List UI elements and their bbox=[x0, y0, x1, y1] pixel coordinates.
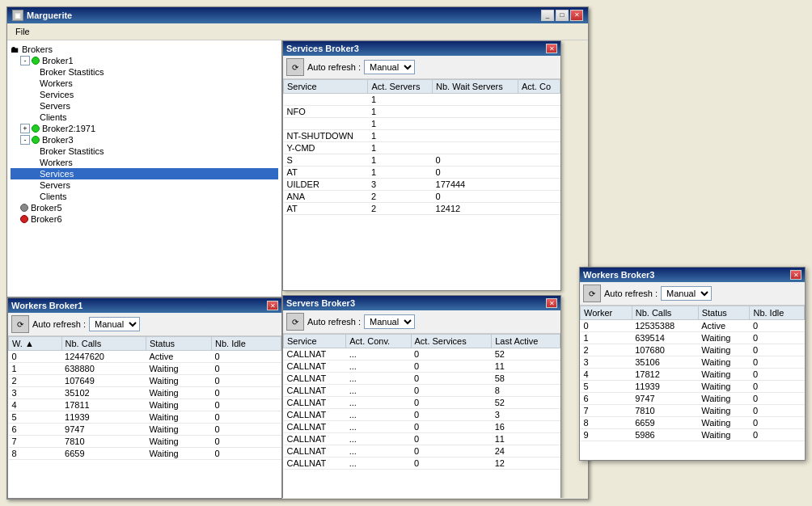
servers-broker3-refresh-icon[interactable]: ⟳ bbox=[286, 313, 304, 331]
table-row[interactable]: 3 35106 Waiting 0 bbox=[581, 356, 805, 369]
table-row[interactable]: CALLNAT ... 0 11 bbox=[284, 433, 560, 445]
table-row[interactable]: 4 17811 Waiting 0 bbox=[9, 399, 281, 411]
table-row[interactable]: CALLNAT ... 0 24 bbox=[284, 445, 560, 458]
w1-col-status[interactable]: Status bbox=[146, 337, 211, 351]
minimize-button[interactable]: _ bbox=[541, 10, 554, 21]
tree-broker3[interactable]: - Broker3 bbox=[11, 134, 278, 145]
table-row[interactable]: 1 638880 Waiting 0 bbox=[9, 363, 281, 375]
servers-col-act-services[interactable]: Act. Services bbox=[411, 335, 492, 348]
table-row[interactable]: 1 639514 Waiting 0 bbox=[581, 332, 805, 344]
workers-broker1-refresh-icon[interactable]: ⟳ bbox=[11, 315, 29, 333]
main-titlebar: ▣ Marguerite _ □ ✕ bbox=[7, 7, 588, 23]
servers-col-act-conv[interactable]: Act. Conv. bbox=[346, 335, 411, 348]
table-row[interactable]: 7 7810 Waiting 0 bbox=[9, 436, 281, 448]
table-row[interactable]: 2 107649 Waiting 0 bbox=[9, 375, 281, 387]
table-row[interactable]: 0 12447620 Active 0 bbox=[9, 351, 281, 363]
table-row[interactable]: S 1 0 bbox=[284, 154, 560, 167]
w3-col-worker[interactable]: Worker bbox=[581, 306, 632, 320]
table-row[interactable]: CALLNAT ... 0 58 bbox=[284, 373, 560, 385]
tree-broker1-stats[interactable]: Broker Stastitics bbox=[11, 66, 278, 78]
services-col-service[interactable]: Service bbox=[284, 80, 368, 94]
table-row[interactable]: CALLNAT ... 0 52 bbox=[284, 348, 560, 361]
w3-col-status[interactable]: Status bbox=[698, 306, 750, 320]
servers-broker3-refresh-label: Auto refresh : bbox=[307, 317, 361, 327]
table-row[interactable]: UILDER 3 177444 bbox=[284, 179, 560, 191]
table-row[interactable]: 6 9747 Waiting 0 bbox=[9, 424, 281, 436]
table-row[interactable]: 3 35102 Waiting 0 bbox=[9, 387, 281, 399]
w1-col-nb-calls[interactable]: Nb. Calls bbox=[61, 337, 146, 351]
close-button[interactable]: ✕ bbox=[570, 10, 583, 21]
servers-broker3-toolbar: ⟳ Auto refresh : Manual 5s 10s bbox=[283, 310, 560, 334]
servers-col-service[interactable]: Service bbox=[284, 335, 346, 348]
w3-col-nb-idle[interactable]: Nb. Idle bbox=[750, 306, 805, 320]
services-col-act-co[interactable]: Act. Co bbox=[518, 80, 560, 94]
table-row[interactable]: AT 2 12412 bbox=[284, 203, 560, 215]
broker3-expander[interactable]: - bbox=[20, 135, 30, 145]
broker1-expander[interactable]: - bbox=[20, 56, 30, 65]
workers-broker3-refresh-icon[interactable]: ⟳ bbox=[583, 285, 601, 302]
table-row[interactable]: NFO 1 bbox=[284, 106, 560, 118]
tree-broker1-clients[interactable]: Clients bbox=[11, 112, 278, 123]
workers-broker1-refresh-select[interactable]: Manual 5s 10s bbox=[89, 317, 140, 331]
tree-broker2[interactable]: + Broker2:1971 bbox=[11, 123, 278, 134]
tree-broker3-servers[interactable]: Servers bbox=[11, 179, 278, 191]
table-row[interactable]: Y-CMD 1 bbox=[284, 142, 560, 154]
cell-nb-calls: 35106 bbox=[632, 356, 698, 369]
table-row[interactable]: 2 107680 Waiting 0 bbox=[581, 344, 805, 356]
tree-broker1-services[interactable]: Services bbox=[11, 89, 278, 100]
cell-act-conv: ... bbox=[346, 445, 411, 458]
tree-broker3-stats[interactable]: Broker Stastitics bbox=[11, 145, 278, 157]
table-row[interactable]: ANA 2 0 bbox=[284, 191, 560, 203]
services-broker3-refresh-select[interactable]: Manual 5s 10s 30s bbox=[364, 60, 415, 74]
services-col-act-servers[interactable]: Act. Servers bbox=[368, 80, 433, 94]
workers-broker3-refresh-select[interactable]: Manual 5s 10s bbox=[661, 286, 712, 301]
table-row[interactable]: CALLNAT ... 0 11 bbox=[284, 361, 560, 373]
table-row[interactable]: 8 6659 Waiting 0 bbox=[581, 417, 805, 429]
cell-status: Waiting bbox=[698, 381, 750, 393]
table-row[interactable]: 6 9747 Waiting 0 bbox=[581, 393, 805, 405]
tree-broker1[interactable]: - Broker1 bbox=[11, 55, 278, 66]
table-row[interactable]: AT 1 0 bbox=[284, 167, 560, 179]
w3-col-nb-calls[interactable]: Nb. Calls bbox=[632, 306, 698, 320]
maximize-button[interactable]: □ bbox=[556, 10, 569, 21]
table-row[interactable]: 8 6659 Waiting 0 bbox=[9, 448, 281, 460]
servers-broker3-close[interactable]: ✕ bbox=[546, 298, 557, 308]
menu-file[interactable]: File bbox=[11, 25, 35, 38]
tree-broker6[interactable]: Broker6 bbox=[11, 213, 278, 225]
table-row[interactable]: 1 bbox=[284, 94, 560, 106]
table-row[interactable]: 1 bbox=[284, 118, 560, 130]
workers-broker3-table-scroll[interactable]: Worker Nb. Calls Status Nb. Idle 0 12535… bbox=[580, 306, 805, 462]
servers-col-last-active[interactable]: Last Active bbox=[492, 335, 560, 348]
tree-broker3-clients[interactable]: Clients bbox=[11, 191, 278, 202]
table-row[interactable]: 5 11939 Waiting 0 bbox=[581, 381, 805, 393]
w1-col-nb-idle[interactable]: Nb. Idle bbox=[212, 337, 281, 351]
table-row[interactable]: 5 11939 Waiting 0 bbox=[9, 411, 281, 424]
table-row[interactable]: NT-SHUTDOWN 1 bbox=[284, 130, 560, 142]
services-broker3-table-scroll[interactable]: Service Act. Servers Nb. Wait Servers Ac… bbox=[283, 79, 560, 293]
services-broker3-close[interactable]: ✕ bbox=[546, 44, 557, 53]
workers-broker1-close[interactable]: ✕ bbox=[267, 301, 278, 310]
table-row[interactable]: CALLNAT ... 0 12 bbox=[284, 458, 560, 470]
table-row[interactable]: CALLNAT ... 0 8 bbox=[284, 385, 560, 397]
tree-broker1-workers[interactable]: Workers bbox=[11, 78, 278, 89]
tree-broker3-workers[interactable]: Workers bbox=[11, 157, 278, 168]
tree-broker5[interactable]: Broker5 bbox=[11, 202, 278, 213]
workers-broker3-close[interactable]: ✕ bbox=[790, 270, 801, 280]
table-row[interactable]: CALLNAT ... 0 3 bbox=[284, 409, 560, 421]
tree-broker3-services[interactable]: Services bbox=[11, 168, 278, 179]
table-row[interactable]: CALLNAT ... 0 16 bbox=[284, 421, 560, 433]
table-row[interactable]: 4 17812 Waiting 0 bbox=[581, 369, 805, 381]
tree-broker1-servers[interactable]: Servers bbox=[11, 100, 278, 112]
cell-nb-wait bbox=[433, 118, 518, 130]
table-row[interactable]: CALLNAT ... 0 52 bbox=[284, 397, 560, 409]
table-row[interactable]: 9 5986 Waiting 0 bbox=[581, 429, 805, 441]
workers-broker1-table-scroll[interactable]: W. ▲ Nb. Calls Status Nb. Idle 0 1244762… bbox=[8, 336, 281, 500]
servers-broker3-table-scroll[interactable]: Service Act. Conv. Act. Services Last Ac… bbox=[283, 334, 560, 498]
w1-col-w[interactable]: W. ▲ bbox=[9, 337, 62, 351]
servers-broker3-refresh-select[interactable]: Manual 5s 10s bbox=[364, 314, 415, 329]
services-col-nb-wait[interactable]: Nb. Wait Servers bbox=[433, 80, 518, 94]
services-broker3-refresh-icon[interactable]: ⟳ bbox=[286, 58, 304, 76]
broker2-expander[interactable]: + bbox=[20, 124, 30, 133]
table-row[interactable]: 7 7810 Waiting 0 bbox=[581, 405, 805, 417]
table-row[interactable]: 0 12535388 Active 0 bbox=[581, 320, 805, 332]
